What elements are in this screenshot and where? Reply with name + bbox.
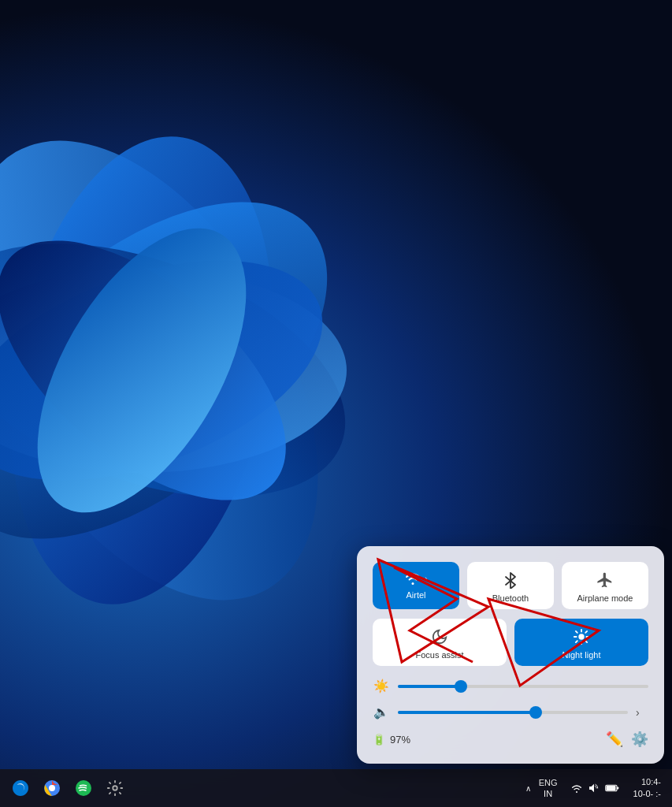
settings-gear-icon bbox=[106, 779, 124, 797]
bluetooth-toggle[interactable]: Bluetooth bbox=[467, 562, 554, 609]
toggle-row-1: › Airtel Bluetooth Airplane mode bbox=[373, 562, 648, 609]
volume-arrow-icon[interactable]: › bbox=[636, 706, 648, 719]
airplane-icon bbox=[596, 571, 614, 589]
nightlight-icon bbox=[573, 628, 590, 645]
taskbar-chrome-icon[interactable] bbox=[38, 774, 66, 802]
language-indicator[interactable]: ENG IN bbox=[536, 775, 561, 801]
quick-settings-panel: › Airtel Bluetooth Airplane mode bbox=[357, 546, 664, 764]
bluetooth-label: Bluetooth bbox=[492, 593, 529, 603]
volume-thumb[interactable] bbox=[529, 706, 542, 719]
settings-icon[interactable]: ⚙️ bbox=[631, 731, 648, 748]
svg-point-8 bbox=[578, 634, 584, 639]
focus-label: Focus assist bbox=[415, 650, 463, 660]
wifi-toggle[interactable]: › Airtel bbox=[373, 562, 459, 609]
edge-logo bbox=[11, 779, 30, 798]
toggle-row-2: Focus assist Night light bbox=[373, 619, 648, 666]
svg-line-12 bbox=[585, 641, 587, 642]
system-icons-group[interactable] bbox=[566, 779, 624, 798]
airplane-icon-area bbox=[596, 571, 614, 589]
battery-percent: 97% bbox=[390, 734, 410, 746]
quick-settings-footer: 🔋 97% ✏️ ⚙️ bbox=[373, 731, 648, 748]
chrome-logo bbox=[43, 779, 61, 798]
battery-icon: 🔋 bbox=[373, 734, 385, 746]
desktop-wallpaper bbox=[0, 16, 362, 725]
airplane-label: Airplane mode bbox=[577, 593, 633, 603]
taskbar-app-icons bbox=[6, 774, 129, 802]
taskbar-edge-icon[interactable] bbox=[6, 774, 35, 802]
svg-point-22 bbox=[113, 786, 117, 790]
focus-toggle[interactable]: Focus assist bbox=[373, 619, 507, 666]
spotify-logo bbox=[74, 779, 93, 798]
edit-icon[interactable]: ✏️ bbox=[606, 731, 623, 748]
svg-line-11 bbox=[576, 631, 577, 633]
airplane-toggle[interactable]: Airplane mode bbox=[562, 562, 648, 609]
volume-slider-row: 🔈 › bbox=[373, 705, 648, 720]
system-tray-expand-icon[interactable]: ∧ bbox=[525, 784, 531, 793]
svg-line-16 bbox=[585, 631, 587, 633]
svg-rect-25 bbox=[606, 786, 615, 790]
svg-rect-24 bbox=[617, 787, 618, 790]
language-line2: IN bbox=[544, 788, 552, 799]
bluetooth-icon-area bbox=[503, 571, 518, 589]
svg-line-15 bbox=[576, 641, 577, 642]
taskbar-wifi-icon bbox=[570, 782, 583, 794]
nightlight-toggle[interactable]: Night light bbox=[514, 619, 648, 666]
moon-icon bbox=[431, 628, 448, 645]
taskbar-volume-icon bbox=[588, 782, 600, 794]
nightlight-icon-area bbox=[573, 628, 590, 645]
taskbar-battery-icon bbox=[605, 782, 619, 794]
taskbar-time-display: 10:4- bbox=[641, 776, 661, 788]
taskbar-spotify-icon[interactable] bbox=[69, 774, 98, 802]
focus-icon-area bbox=[431, 628, 448, 645]
taskbar-settings-icon[interactable] bbox=[101, 774, 129, 802]
brightness-slider-row: ☀️ bbox=[373, 679, 648, 694]
volume-fill bbox=[398, 711, 536, 714]
volume-icon: 🔈 bbox=[373, 705, 390, 720]
wifi-icon-area: › bbox=[404, 571, 427, 586]
battery-info: 🔋 97% bbox=[373, 734, 410, 746]
taskbar-date-display: 10-0- :- bbox=[633, 788, 661, 800]
nightlight-label: Night light bbox=[562, 650, 601, 660]
bluetooth-icon bbox=[503, 571, 518, 589]
language-line1: ENG bbox=[539, 777, 558, 788]
brightness-track[interactable] bbox=[398, 685, 648, 688]
wifi-icon bbox=[404, 571, 421, 586]
wifi-label: Airtel bbox=[406, 590, 425, 600]
wifi-chevron-icon: › bbox=[425, 575, 427, 583]
footer-action-icons: ✏️ ⚙️ bbox=[606, 731, 648, 748]
brightness-icon: ☀️ bbox=[373, 679, 390, 694]
svg-point-20 bbox=[49, 785, 55, 791]
svg-point-21 bbox=[76, 780, 91, 796]
taskbar: ∧ ENG IN bbox=[0, 769, 672, 807]
brightness-thumb[interactable] bbox=[455, 680, 467, 693]
taskbar-system-tray: ∧ ENG IN bbox=[525, 775, 666, 802]
brightness-fill bbox=[398, 685, 461, 688]
taskbar-clock[interactable]: 10:4- 10-0- :- bbox=[629, 775, 666, 802]
volume-track[interactable] bbox=[398, 711, 628, 714]
